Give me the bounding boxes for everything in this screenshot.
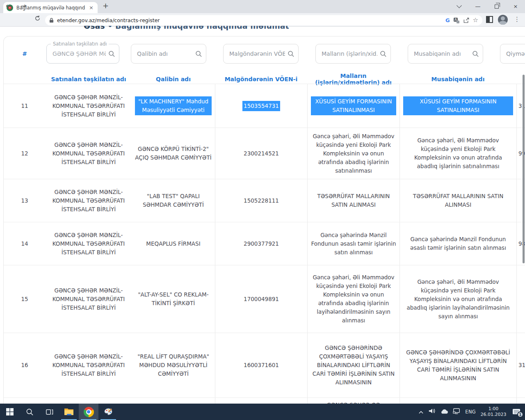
bookmark-star-icon[interactable]: ☆ [473,17,478,23]
paint-icon [103,407,113,417]
cell-winner: "LK MACHINERY" Məhdud Məsuliyyətli Cəmiy… [132,84,215,128]
tab-title: Bağlanmış müqavilə haqqında mə [16,5,85,11]
cell-number: 14 [4,222,46,265]
filter-goods[interactable] [315,44,391,64]
cell-organization: GƏNCƏ ŞƏHƏR MƏNZİL-KOMMUNAL TƏSƏRRÜFATI … [46,333,132,397]
notification-center-button[interactable]: 1 [511,407,522,417]
taskbar-search-button[interactable] [20,404,39,420]
vertical-scrollbar[interactable] [523,75,525,263]
breadcrumb-home[interactable]: Əsas [84,26,105,30]
close-button[interactable]: × [506,0,525,13]
window-menu-chevron-icon[interactable] [450,0,468,13]
cell-number: 16 [4,333,46,397]
filter-winner[interactable] [131,44,206,64]
google-g-icon[interactable]: G [445,17,450,23]
restore-button[interactable] [487,0,506,13]
filter-voen[interactable] [223,44,299,64]
cell-number: 12 [4,128,46,179]
taskbar-paint[interactable] [98,404,118,420]
column-header-organization: Satınalan təşkilatın adı [46,76,132,82]
cell-goods: Gəncə şəhəri, Əli Məmmədov küçəsində yen… [307,128,399,179]
start-button[interactable] [0,404,20,420]
minimize-button[interactable]: — [468,0,487,13]
cell-winner: "LAB TEST" QAPALI SƏHMDAR CƏMİYYƏTİ [132,179,215,222]
winner-filter-input[interactable] [131,44,206,63]
share-icon[interactable] [463,17,470,23]
search-icon[interactable] [472,50,479,59]
filter-competition[interactable] [408,44,483,64]
windows-logo-icon [6,408,14,415]
taskbar-file-explorer[interactable] [59,404,79,420]
chrome-icon [84,407,94,417]
table-row: 13 GƏNCƏ ŞƏHƏR MƏNZİL-KOMMUNAL TƏSƏRRÜFA… [4,179,525,222]
clock-date: 26.01.2023 [480,412,507,418]
cell-voen: 2900377921 [215,222,307,265]
cell-goods: Gəncə şəhəri, Əli Məmmədov küçəsində yen… [307,265,399,333]
url-text[interactable]: etender.gov.az/media/contracts-register [57,17,442,23]
cell-competition: Gəncə şəhəri, Əli Məmmədov küçəsində yen… [399,265,516,333]
address-bar[interactable]: etender.gov.az/media/contracts-register … [45,15,482,25]
forward-icon[interactable]: → [21,2,26,10]
language-indicator[interactable]: ENG [465,409,476,415]
cell-organization: GƏNCƏ ŞƏHƏR MƏNZİL-KOMMUNAL TƏSƏRRÜFATI … [46,179,132,222]
side-panel-icon[interactable] [486,16,493,23]
filter-price[interactable] [500,44,525,64]
translate-icon[interactable]: A [453,17,460,24]
cell-competition: GƏNCƏ ŞƏHƏRİNDƏ ÇOXMƏRTƏBƏLİ YAŞAYIŞ BİN… [399,333,516,397]
cell-competition: XÜSUSİ GEYİM FORMASININ SATINALINMASI [399,84,516,128]
taskbar: ENG 1:00 26.01.2023 1 [0,404,525,420]
cell-organization: GƏNCƏ ŞƏHƏR MƏNZİL-KOMMUNAL TƏSƏRRÜFATI … [46,222,132,265]
table-row: 14 GƏNCƏ ŞƏHƏR MƏNZİL-KOMMUNAL TƏSƏRRÜFA… [4,222,525,265]
cell-competition: Gəncə şəhərində Mənzil Fondunun əsaslı t… [399,222,516,265]
browser-tab[interactable]: Bağlanmış müqavilə haqqında mə × [3,2,98,13]
cell-voen: 2300214521 [215,128,307,179]
voen-filter-input[interactable] [224,44,298,63]
volume-icon[interactable] [428,408,436,416]
search-icon[interactable] [108,50,115,59]
reload-icon[interactable] [34,15,41,23]
network-icon[interactable] [453,408,461,416]
page-title: Bağlanmış müqavilə haqqında məlumat [115,26,289,30]
cell-voen: 1505228111 [215,179,307,222]
goods-filter-input[interactable] [316,44,390,63]
cell-winner: GƏNCƏ KÖRPÜ TİKİNTİ-2" AÇIQ SƏHMDAR CƏMİ… [132,128,215,179]
cell-competition: Gəncə şəhəri, Əli Məmmədov küçəsində yen… [399,128,516,179]
search-icon[interactable] [195,50,202,59]
price-filter-input[interactable] [500,44,525,63]
system-tray: ENG 1:00 26.01.2023 1 [418,404,525,420]
window-controls: — × [450,0,525,13]
tab-close-icon[interactable]: × [88,5,94,10]
taskbar-chrome[interactable] [79,404,98,420]
search-icon[interactable] [380,50,387,59]
search-icon[interactable] [288,50,294,59]
cell-number: 15 [4,265,46,333]
profile-avatar[interactable] [498,15,508,25]
ssl-lock-icon[interactable] [49,18,54,23]
cell-goods: GƏNCƏ ŞƏHƏRİNDƏ ÇOXMƏRTƏBƏLİ YAŞAYIŞ BİN… [307,333,399,397]
cell-goods: XÜSUSİ GEYİM FORMASININ SATINALINMASI [307,84,399,128]
table-header-row: Satınalan təşkilatın adı Qalibin adı Mal… [4,73,525,84]
cell-winner: MEQAPLUS FİRMASI [132,222,215,265]
cell-voen: 1700049891 [215,265,307,333]
tray-chevron-up-icon[interactable] [418,408,424,416]
menu-kebab-icon[interactable]: ⋮ [514,16,520,23]
onedrive-cloud-icon[interactable] [440,408,448,416]
table-row: 15 GƏNCƏ ŞƏHƏR MƏNZİL-KOMMUNAL TƏSƏRRÜFA… [4,265,525,333]
cell-price: 31 [516,333,525,397]
competition-filter-input[interactable] [408,44,483,63]
notification-count-badge: 1 [517,411,523,418]
cell-goods: TƏSƏRRÜFAT MALLARININ SATIN ALINMASI [307,179,399,222]
filter-organization[interactable]: Satınalan təşkilatın adı [46,44,119,64]
task-view-button[interactable] [39,404,59,420]
cell-winner: "ALT-AY-SEL" CO REKLAM-TİKİNTİ ŞİRKƏTİ [132,265,215,333]
back-icon[interactable]: ← [6,2,11,10]
search-icon [26,408,34,416]
table-row: 16 GƏNCƏ ŞƏHƏR MƏNZİL-KOMMUNAL TƏSƏRRÜFA… [4,333,525,397]
browser-tab-strip: Bağlanmış müqavilə haqqında mə × + — × [0,0,525,13]
cell-goods: Gəncə şəhərində Mənzil Fondunun əsaslı t… [307,222,399,265]
new-tab-button[interactable]: + [103,1,109,10]
cell-winner: "REAL LİFT QURAŞDIRMA" MƏHDUD MƏSULİYYƏT… [132,333,215,397]
clock[interactable]: 1:00 26.01.2023 [480,406,507,418]
cell-price [516,265,525,333]
column-header-competition: Musabiqənin adı [399,76,516,82]
